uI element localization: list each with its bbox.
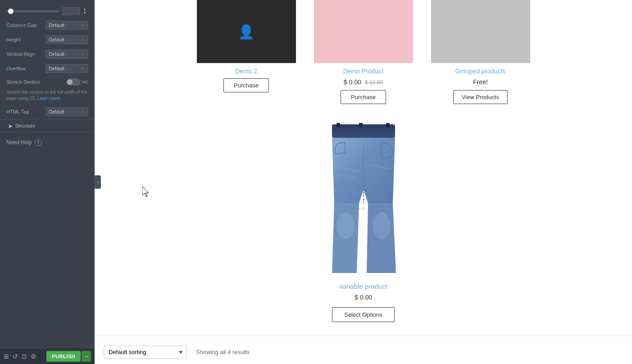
select-options-button[interactable]: Select Options [332, 307, 395, 322]
overflow-label: Overflow [6, 66, 26, 71]
product-grouped: Grouped products Free! View Products [422, 0, 539, 113]
html-tag-label: HTML Tag [6, 109, 29, 114]
structure-arrow-icon: ▶ [9, 123, 13, 128]
product-demo2-img-icon: 👤 [238, 24, 255, 40]
structure-row[interactable]: ▶ Structure [0, 119, 95, 132]
svg-rect-3 [386, 123, 390, 127]
product-demo2-name[interactable]: Demo 2 [235, 68, 257, 75]
sorting-select[interactable]: Default sorting Sort by popularity Sort … [104, 346, 187, 359]
sorting-wrapper: Default sorting Sort by popularity Sort … [104, 346, 187, 359]
height-select[interactable]: Default [45, 35, 88, 44]
product-demo-product: Demo Product $ 0.00 $ 10.00 Purchase [305, 0, 422, 113]
product-demo-image [314, 0, 413, 63]
overflow-row: Overflow Default [0, 61, 95, 76]
product-demo-current-price: $ 0.00 [344, 78, 361, 86]
html-tag-row: HTML Tag Default [0, 105, 95, 119]
html-tag-select[interactable]: Default [45, 107, 88, 116]
columns-gap-label: Columns Gap [6, 23, 36, 28]
publish-group: PUBLISH − [46, 351, 91, 362]
jeans-svg: demo.nl [323, 122, 404, 275]
slider-spinner[interactable]: ▲ ▼ [83, 8, 88, 15]
product-grouped-view-btn[interactable]: View Products [453, 90, 508, 104]
svg-rect-2 [359, 123, 363, 127]
product-demo-name[interactable]: Demo Product [343, 68, 383, 75]
variable-product-price: $ 0.00 [355, 294, 372, 301]
height-label: Height [6, 37, 21, 42]
overflow-select[interactable]: Default [45, 64, 88, 73]
learn-more-link[interactable]: Learn more. [37, 96, 62, 101]
page-divider [95, 336, 632, 336]
need-help-section: Need Help ? [0, 132, 95, 152]
product-demo2-image: 👤 [197, 0, 296, 63]
vertical-align-select[interactable]: Default [45, 50, 88, 59]
main-content: 👤 Demo 2 Purchase Demo Product $ 0.00 $ … [95, 0, 632, 364]
product-grouped-name[interactable]: Grouped products [455, 68, 505, 75]
sidebar-content: ▲ ▼ Columns Gap Default Height Default [0, 0, 95, 364]
layers-icon[interactable]: ⊞ [4, 353, 9, 360]
svg-rect-1 [336, 123, 340, 127]
svg-rect-0 [332, 124, 395, 138]
svg-point-8 [336, 212, 355, 239]
structure-label: Structure [15, 123, 36, 128]
stretch-toggle[interactable] [66, 78, 81, 86]
variable-product-name[interactable]: variable product [339, 282, 387, 290]
help-icon[interactable]: ? [35, 139, 42, 146]
vertical-align-row: Vertical Align Default [0, 47, 95, 61]
publish-button[interactable]: PUBLISH [46, 351, 81, 362]
product-grouped-image [431, 0, 530, 63]
stretch-section-row: Stretch Section NO [0, 76, 95, 88]
product-demo2: 👤 Demo 2 Purchase [188, 0, 305, 113]
product-demo-price: $ 0.00 $ 10.00 [344, 78, 383, 86]
toggle-right: NO [66, 78, 89, 86]
slider-input[interactable] [62, 7, 80, 15]
variable-product-image-wrap: demo.nl [323, 122, 404, 275]
height-row: Height Default [0, 32, 95, 47]
history-icon[interactable]: ↺ [13, 353, 18, 360]
settings-icon[interactable]: ⚙ [31, 353, 36, 360]
slider-row: ▲ ▼ [0, 5, 95, 18]
columns-gap-row: Columns Gap Default [0, 18, 95, 32]
footer-bar: Default sorting Sort by popularity Sort … [95, 340, 632, 364]
preview-icon[interactable]: ⊡ [22, 353, 27, 360]
need-help-label: Need Help [6, 139, 32, 146]
slider-track[interactable] [6, 10, 59, 12]
product-demo-original-price: $ 10.00 [365, 79, 383, 86]
publish-minus-button[interactable]: − [82, 351, 91, 362]
svg-point-9 [373, 212, 391, 239]
stretch-note: Stretch the section to the full width of… [0, 88, 95, 105]
product-grid-top: 👤 Demo 2 Purchase Demo Product $ 0.00 $ … [95, 0, 632, 113]
toggle-no-label: NO [82, 80, 89, 84]
sidebar-collapse-button[interactable]: ‹ [95, 175, 101, 189]
product-demo-purchase-btn[interactable]: Purchase [341, 90, 386, 104]
stretch-section-label: Stretch Section [6, 79, 40, 85]
sidebar: ▲ ▼ Columns Gap Default Height Default [0, 0, 95, 364]
vertical-align-label: Vertical Align [6, 51, 35, 57]
bottom-toolbar: ⊞ ↺ ⊡ ⚙ PUBLISH − [0, 348, 95, 364]
variable-product-section: demo.nl variable product $ 0.00 Select O… [95, 113, 632, 331]
columns-gap-select[interactable]: Default [45, 21, 88, 30]
svg-text:demo.nl: demo.nl [350, 206, 364, 211]
slider-thumb[interactable] [8, 9, 14, 14]
toolbar-icons: ⊞ ↺ ⊡ ⚙ [4, 353, 36, 360]
product-grouped-free: Free! [473, 78, 488, 86]
product-demo2-purchase-btn[interactable]: Purchase [223, 78, 269, 92]
results-text: Showing all 4 results [196, 349, 250, 355]
